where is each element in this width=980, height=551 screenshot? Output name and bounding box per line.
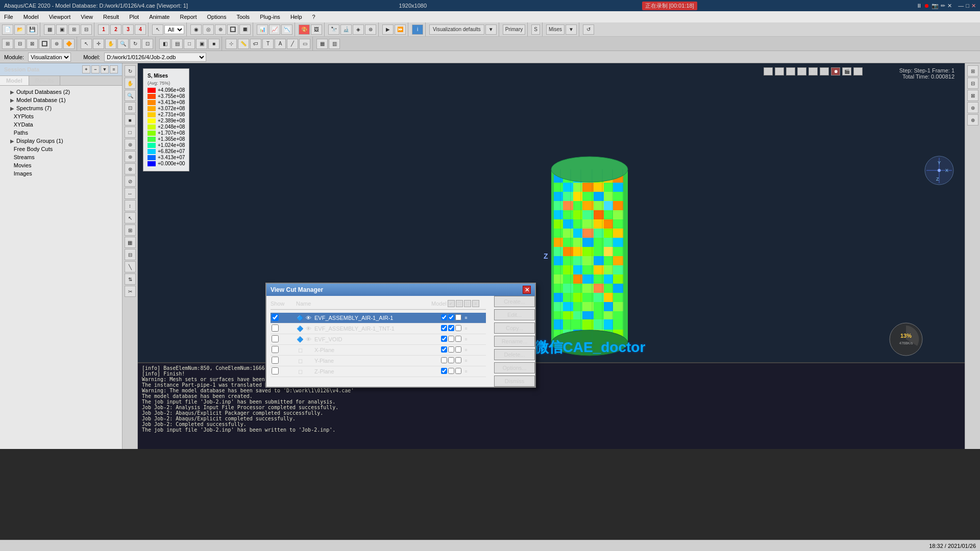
model-icon-3[interactable]: □	[464, 300, 471, 307]
cut-mc-1-0[interactable]	[441, 325, 447, 331]
win-close-btn[interactable]: ✕	[971, 3, 976, 9]
tb-primary[interactable]: Primary	[503, 24, 525, 35]
tb2-1[interactable]: ⊞	[2, 39, 13, 49]
tb2-grid[interactable]: ⊹	[226, 39, 237, 49]
vtb-shade[interactable]: ■	[125, 114, 136, 126]
tb2-rotate[interactable]: ↻	[130, 39, 141, 49]
tb-plot1[interactable]: 📊	[257, 24, 268, 35]
tb-plot3[interactable]: 📉	[281, 24, 292, 35]
rvtb-3[interactable]: ⊠	[967, 90, 978, 101]
tb2-cursor[interactable]: ✛	[93, 39, 104, 49]
tb-mesh2[interactable]: ▣	[56, 24, 67, 35]
tb-mises-dd[interactable]: ▼	[566, 24, 577, 35]
vtb-pan[interactable]: ✋	[125, 78, 136, 89]
cut-mc-3-2[interactable]	[455, 346, 461, 353]
tb-c2[interactable]: ◎	[203, 24, 214, 35]
vtb-s7[interactable]: ↖	[125, 212, 136, 223]
tb2-symbol[interactable]: A	[275, 39, 286, 49]
model-icon-2[interactable]: ☐	[456, 300, 463, 307]
vtb-zoom[interactable]: 🔍	[125, 90, 136, 101]
tb2-select[interactable]: ↖	[81, 39, 92, 49]
menu-tools[interactable]: Tools	[234, 13, 252, 21]
menu-plot[interactable]: Plot	[127, 13, 141, 21]
tb-view2[interactable]: 🔬	[340, 24, 352, 35]
cut-mc-0-1[interactable]	[448, 314, 454, 320]
tree-item-output-databases[interactable]: ▶ Output Databases (2)	[0, 88, 122, 96]
tb2-zoom[interactable]: 🔍	[117, 39, 129, 49]
cut-mc-1-2[interactable]	[455, 325, 461, 331]
vtb-rotate[interactable]: ↻	[125, 65, 136, 77]
win-restore-btn[interactable]: □	[966, 3, 969, 9]
fastfwd-btn[interactable]: ⏭	[820, 67, 829, 76]
tb-vdd[interactable]: ▼	[485, 24, 497, 35]
edit-btn[interactable]: Edit...	[494, 309, 535, 320]
cut-row-4[interactable]: ◻ Y-Plane ≡	[271, 356, 486, 366]
tb-4[interactable]: 4	[135, 24, 146, 35]
tb2-6[interactable]: 🔶	[63, 39, 75, 49]
cut-row-1[interactable]: 🔷 👁 EVF_ASSEMBLY_AIR-1_TNT-1 ≡	[271, 323, 486, 334]
edit-btn[interactable]: ✏	[941, 3, 945, 9]
menu-plugins[interactable]: Plug-ins	[258, 13, 282, 21]
vtb-s13[interactable]: ✂	[125, 286, 136, 297]
settings-pb-btn[interactable]: ⚙	[853, 67, 863, 76]
camera-btn[interactable]: 📷	[932, 3, 939, 9]
play-btn[interactable]: ▶	[797, 67, 806, 76]
cut-mc-icon-5[interactable]: ≡	[462, 368, 470, 375]
tb2-fit[interactable]: ⊡	[142, 39, 153, 49]
tb2-face[interactable]: ◧	[159, 39, 170, 49]
menu-model[interactable]: Model	[21, 13, 41, 21]
tb2-4[interactable]: 🔲	[39, 39, 50, 49]
vtb-fit[interactable]: ⊡	[125, 102, 136, 113]
tb-c4[interactable]: 🔲	[227, 24, 238, 35]
tb-refresh[interactable]: ↺	[583, 24, 594, 35]
tree-item-free-body-cuts[interactable]: Free Body Cuts	[0, 145, 122, 153]
tree-item-paths[interactable]: Paths	[0, 129, 122, 137]
cut-mc-3-1[interactable]	[448, 346, 454, 353]
tb2-table2[interactable]: ▥	[329, 39, 340, 49]
tb-view3[interactable]: ◈	[353, 24, 364, 35]
close-btn[interactable]: ✕	[947, 3, 952, 9]
cut-mc-1-1[interactable]	[448, 325, 454, 331]
tb-2[interactable]: 2	[110, 24, 121, 35]
cut-check-3[interactable]	[271, 346, 280, 353]
cut-mc-icon-1[interactable]: ≡	[462, 325, 470, 332]
tb-mesh4[interactable]: ⊟	[81, 24, 92, 35]
options-btn[interactable]: Options...	[494, 362, 535, 373]
tb2-5[interactable]: ⊛	[51, 39, 62, 49]
pause-btn[interactable]: ⏸	[764, 67, 773, 76]
tb-new[interactable]: 📄	[2, 24, 13, 35]
tb-s[interactable]: S	[531, 24, 540, 35]
menu-report[interactable]: Report	[178, 13, 199, 21]
tb-mesh[interactable]: ▦	[44, 24, 55, 35]
tb2-pan[interactable]: ✋	[105, 39, 116, 49]
panel-expand-btn[interactable]: +	[82, 65, 90, 73]
panel-filter-btn[interactable]: ≡	[110, 65, 118, 73]
vtb-s3[interactable]: ⊗	[125, 163, 136, 174]
module-select[interactable]: Visualization	[28, 53, 71, 62]
menu-help2[interactable]: ?	[310, 13, 317, 21]
model-tab[interactable]: Model	[0, 76, 29, 85]
tree-item-images[interactable]: Images	[0, 169, 122, 178]
menu-help[interactable]: Help	[288, 13, 304, 21]
cut-mc-4-0[interactable]	[441, 357, 447, 363]
cut-mc-4-1[interactable]	[448, 357, 454, 363]
tb-mises[interactable]: Mises	[546, 24, 565, 35]
delete-btn[interactable]: Delete...	[494, 349, 535, 360]
tb-1[interactable]: 1	[98, 24, 109, 35]
tree-item-streams[interactable]: Streams	[0, 153, 122, 161]
tb-plot2[interactable]: 📈	[269, 24, 280, 35]
cut-row-3[interactable]: ◻ X-Plane ≡	[271, 345, 486, 356]
tb-c1[interactable]: ◉	[190, 24, 202, 35]
tb-3[interactable]: 3	[122, 24, 134, 35]
rewind-btn[interactable]: ⏮	[775, 67, 784, 76]
tb2-label[interactable]: 🏷	[250, 39, 261, 49]
vtb-s11[interactable]: ╲	[125, 261, 136, 272]
tree-item-xydata[interactable]: XYData	[0, 120, 122, 129]
vtb-s12[interactable]: ⇅	[125, 273, 136, 285]
vtb-s4[interactable]: ⊘	[125, 176, 136, 187]
tb2-2[interactable]: ⊟	[14, 39, 26, 49]
cut-mc-2-0[interactable]	[441, 336, 447, 342]
tb2-table[interactable]: ▦	[316, 39, 328, 49]
tree-item-display-groups[interactable]: ▶ Display Groups (1)	[0, 137, 122, 145]
tree-item-movies[interactable]: Movies	[0, 161, 122, 169]
